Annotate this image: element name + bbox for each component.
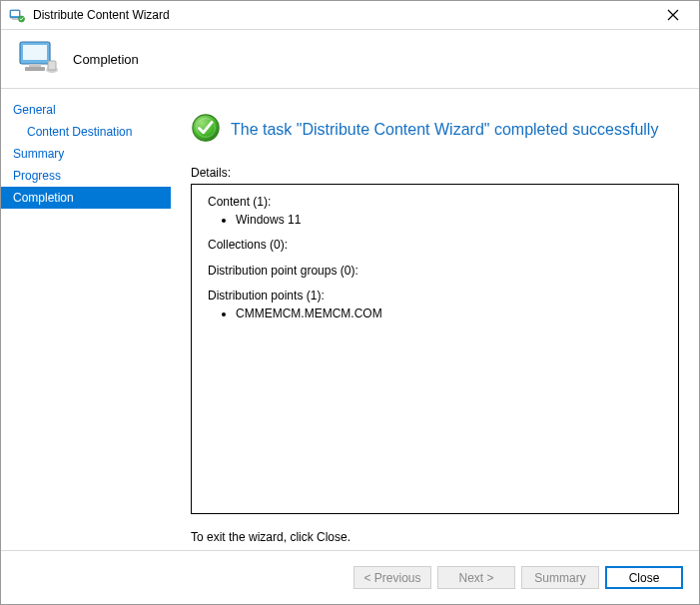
svg-rect-9	[48, 61, 56, 70]
sidebar-item-label: Progress	[13, 169, 61, 183]
main-area: General Content Destination Summary Prog…	[1, 89, 699, 550]
summary-button: Summary	[521, 566, 599, 589]
sidebar-item-progress[interactable]: Progress	[1, 165, 171, 187]
svg-rect-5	[23, 45, 47, 60]
sidebar-item-completion[interactable]: Completion	[1, 187, 171, 209]
sidebar-item-label: Completion	[13, 191, 74, 205]
svg-rect-6	[29, 64, 41, 67]
next-button: Next >	[437, 566, 515, 589]
svg-rect-2	[12, 18, 18, 20]
details-content-list: Windows 11	[208, 213, 662, 229]
page-title: Completion	[73, 52, 139, 67]
footer: < Previous Next > Summary Close	[1, 550, 699, 604]
svg-rect-7	[25, 67, 45, 71]
details-dps-list: CMMEMCM.MEMCM.COM	[208, 306, 662, 322]
list-item: Windows 11	[236, 213, 662, 229]
svg-rect-1	[11, 11, 19, 16]
titlebar: Distribute Content Wizard	[1, 1, 699, 29]
sidebar-item-summary[interactable]: Summary	[1, 143, 171, 165]
exit-instruction: To exit the wizard, click Close.	[191, 530, 679, 544]
details-collections-heading: Collections (0):	[208, 238, 662, 254]
header-band: Completion	[1, 29, 699, 89]
sidebar-item-general[interactable]: General	[1, 99, 171, 121]
details-label: Details:	[191, 166, 679, 180]
success-check-icon	[191, 113, 221, 146]
success-message: The task "Distribute Content Wizard" com…	[231, 121, 658, 139]
details-dps-heading: Distribution points (1):	[208, 289, 662, 304]
button-label: Next >	[458, 571, 493, 585]
close-button[interactable]: Close	[605, 566, 683, 589]
close-icon[interactable]	[653, 2, 693, 28]
details-dpgroups-heading: Distribution point groups (0):	[208, 264, 662, 280]
monitor-icon	[17, 38, 61, 81]
list-item: CMMEMCM.MEMCM.COM	[236, 306, 662, 322]
sidebar: General Content Destination Summary Prog…	[1, 89, 171, 550]
details-box: Content (1): Windows 11 Collections (0):…	[191, 184, 679, 514]
sidebar-item-label: Summary	[13, 147, 64, 161]
button-label: Summary	[534, 571, 585, 585]
window-title: Distribute Content Wizard	[33, 8, 653, 22]
success-row: The task "Distribute Content Wizard" com…	[191, 113, 679, 146]
button-label: Close	[629, 571, 660, 585]
sidebar-item-label: Content Destination	[27, 125, 132, 139]
wizard-title-icon	[9, 7, 25, 23]
content-pane: The task "Distribute Content Wizard" com…	[171, 89, 699, 550]
sidebar-item-content-destination[interactable]: Content Destination	[1, 121, 171, 143]
button-label: < Previous	[363, 571, 420, 585]
details-content-heading: Content (1):	[208, 195, 662, 211]
previous-button: < Previous	[353, 566, 431, 589]
sidebar-item-label: General	[13, 103, 56, 117]
